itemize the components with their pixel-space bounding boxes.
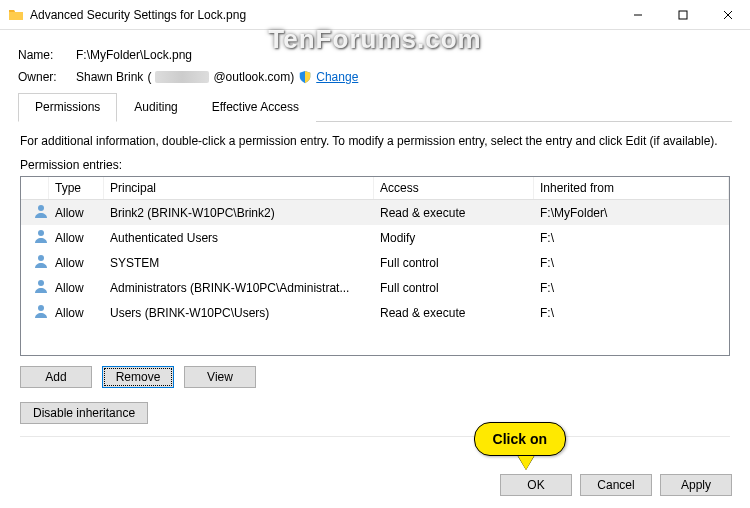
owner-label: Owner: [18, 70, 76, 84]
tab-bar: Permissions Auditing Effective Access [18, 92, 732, 122]
cell-access: Read & execute [374, 304, 534, 322]
ok-button[interactable]: OK [500, 474, 572, 496]
cell-inherited: F:\ [534, 254, 729, 272]
cell-access: Modify [374, 229, 534, 247]
cell-type: Allow [49, 304, 104, 322]
disable-inheritance-button[interactable]: Disable inheritance [20, 402, 148, 424]
table-row[interactable]: AllowAdministrators (BRINK-W10PC\Adminis… [21, 275, 729, 300]
view-button[interactable]: View [184, 366, 256, 388]
folder-icon [8, 7, 24, 23]
window-title: Advanced Security Settings for Lock.png [30, 8, 615, 22]
name-label: Name: [18, 48, 76, 62]
instruction-text: For additional information, double-click… [20, 134, 730, 148]
user-icon [33, 283, 49, 297]
tab-effective-access[interactable]: Effective Access [195, 93, 316, 122]
remove-button[interactable]: Remove [102, 366, 174, 388]
change-owner-link[interactable]: Change [316, 70, 358, 84]
cell-inherited: F:\ [534, 279, 729, 297]
callout: Click on [474, 422, 566, 470]
apply-button[interactable]: Apply [660, 474, 732, 496]
col-principal[interactable]: Principal [104, 177, 374, 199]
callout-text: Click on [474, 422, 566, 456]
cell-inherited: F:\ [534, 304, 729, 322]
col-access[interactable]: Access [374, 177, 534, 199]
col-inherited[interactable]: Inherited from [534, 177, 729, 199]
name-value: F:\MyFolder\Lock.png [76, 48, 192, 62]
cell-type: Allow [49, 279, 104, 297]
user-icon [33, 258, 49, 272]
user-icon [33, 308, 49, 322]
tab-permissions[interactable]: Permissions [18, 93, 117, 122]
cell-type: Allow [49, 229, 104, 247]
svg-point-6 [38, 255, 44, 261]
cell-inherited: F:\ [534, 229, 729, 247]
owner-name: Shawn Brink [76, 70, 143, 84]
maximize-button[interactable] [660, 0, 705, 29]
entries-label: Permission entries: [20, 158, 730, 172]
svg-rect-1 [679, 11, 687, 19]
table-row[interactable]: AllowBrink2 (BRINK-W10PC\Brink2)Read & e… [21, 200, 729, 225]
svg-point-5 [38, 230, 44, 236]
table-row[interactable]: AllowAuthenticated UsersModifyF:\ [21, 225, 729, 250]
cancel-button[interactable]: Cancel [580, 474, 652, 496]
cell-principal: Administrators (BRINK-W10PC\Administrat.… [104, 279, 374, 297]
owner-value: Shawn Brink (@outlook.com) Change [76, 70, 358, 84]
cell-principal: Brink2 (BRINK-W10PC\Brink2) [104, 204, 374, 222]
owner-suffix: @outlook.com) [213, 70, 294, 84]
cell-type: Allow [49, 204, 104, 222]
minimize-button[interactable] [615, 0, 660, 29]
permission-grid[interactable]: Type Principal Access Inherited from All… [20, 176, 730, 356]
user-icon [33, 233, 49, 247]
grid-header: Type Principal Access Inherited from [21, 177, 729, 200]
svg-point-7 [38, 280, 44, 286]
cell-access: Full control [374, 279, 534, 297]
tab-auditing[interactable]: Auditing [117, 93, 194, 122]
close-button[interactable] [705, 0, 750, 29]
add-button[interactable]: Add [20, 366, 92, 388]
table-row[interactable]: AllowSYSTEMFull controlF:\ [21, 250, 729, 275]
cell-principal: SYSTEM [104, 254, 374, 272]
cell-access: Full control [374, 254, 534, 272]
svg-point-4 [38, 205, 44, 211]
col-type[interactable]: Type [49, 177, 104, 199]
shield-icon [298, 70, 312, 84]
table-row[interactable]: AllowUsers (BRINK-W10PC\Users)Read & exe… [21, 300, 729, 325]
cell-principal: Authenticated Users [104, 229, 374, 247]
cell-inherited: F:\MyFolder\ [534, 204, 729, 222]
user-icon [33, 208, 49, 222]
divider [20, 436, 730, 437]
svg-point-8 [38, 305, 44, 311]
title-bar: Advanced Security Settings for Lock.png [0, 0, 750, 30]
cell-access: Read & execute [374, 204, 534, 222]
owner-obscured [155, 71, 209, 83]
cell-principal: Users (BRINK-W10PC\Users) [104, 304, 374, 322]
cell-type: Allow [49, 254, 104, 272]
